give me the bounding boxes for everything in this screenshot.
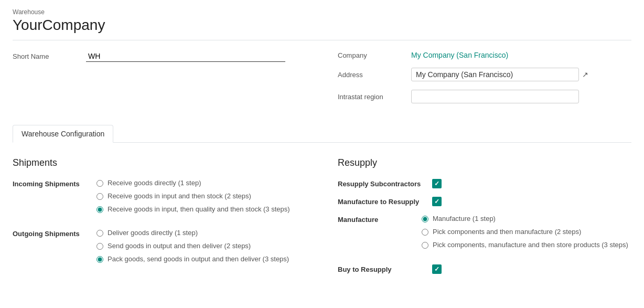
address-label: Address	[338, 71, 411, 79]
incoming-option-3-label: Receive goods in input, then quality and…	[108, 205, 290, 213]
outgoing-shipments-label: Outgoing Shipments	[13, 229, 96, 268]
buy-to-resupply-checkbox[interactable]	[432, 264, 442, 274]
incoming-radio-1[interactable]	[96, 180, 103, 187]
manufacture-radio-3[interactable]	[422, 242, 428, 249]
intrastat-select[interactable]	[411, 90, 579, 103]
outgoing-radio-2[interactable]	[96, 243, 103, 250]
shipments-section-title: Shipments	[13, 157, 317, 168]
manufacture-option-3-label: Pick components, manufacture and then st…	[433, 241, 628, 249]
outgoing-option-1-label: Deliver goods directly (1 step)	[108, 229, 198, 237]
manufacture-option-2-label: Pick components and then manufacture (2 …	[433, 228, 581, 236]
incoming-radio-3[interactable]	[96, 206, 103, 213]
incoming-radio-2[interactable]	[96, 193, 103, 200]
outgoing-option-3-label: Pack goods, send goods in output and the…	[108, 255, 289, 263]
page-label: Warehouse	[13, 8, 631, 16]
short-name-label: Short Name	[13, 52, 86, 60]
outgoing-radio-1[interactable]	[96, 230, 103, 237]
manufacture-label: Manufacture	[338, 215, 422, 254]
company-label: Company	[338, 51, 411, 59]
manufacture-to-resupply-label: Manufacture to Resupply	[338, 198, 432, 206]
incoming-option-1-label: Receive goods directly (1 step)	[108, 179, 201, 187]
buy-to-resupply-label: Buy to Resupply	[338, 265, 432, 273]
page-title: YourCompany	[13, 17, 631, 34]
manufacture-to-resupply-checkbox[interactable]	[432, 197, 442, 206]
tabs-bar: Warehouse Configuration	[13, 124, 631, 143]
resupply-subcontractors-checkbox[interactable]	[432, 179, 442, 188]
incoming-shipments-label: Incoming Shipments	[13, 179, 96, 218]
manufacture-radio-2[interactable]	[422, 229, 428, 236]
resupply-subcontractors-label: Resupply Subcontractors	[338, 180, 432, 188]
incoming-option-2-label: Receive goods in input and then stock (2…	[108, 192, 251, 200]
address-external-link-icon[interactable]: ↗	[582, 70, 588, 79]
short-name-input[interactable]	[86, 51, 285, 62]
company-value[interactable]: My Company (San Francisco)	[411, 51, 508, 59]
manufacture-radio-1[interactable]	[422, 216, 428, 222]
manufacture-option-1-label: Manufacture (1 step)	[433, 215, 496, 222]
outgoing-option-2-label: Send goods in output and then deliver (2…	[108, 242, 251, 250]
address-select[interactable]: My Company (San Francisco)	[411, 68, 579, 81]
resupply-section-title: Resupply	[338, 157, 631, 168]
outgoing-radio-3[interactable]	[96, 256, 103, 263]
intrastat-label: Intrastat region	[338, 93, 411, 101]
tab-warehouse-configuration[interactable]: Warehouse Configuration	[13, 125, 113, 143]
